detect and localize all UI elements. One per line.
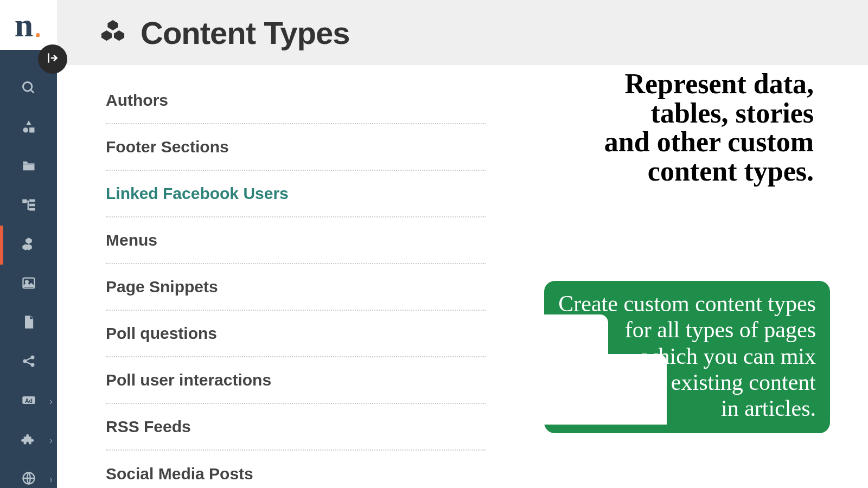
page-header: Content Types [57, 0, 868, 65]
content-type-item[interactable]: Menus [106, 217, 486, 264]
callout-line: Create custom content types [558, 291, 816, 317]
svg-rect-5 [22, 200, 27, 203]
svg-point-12 [30, 356, 34, 359]
content-type-item[interactable]: Linked Facebook Users [106, 171, 486, 217]
brand-logo[interactable]: n. [0, 0, 57, 50]
nav-globe[interactable]: › [0, 460, 57, 488]
svg-line-1 [30, 90, 34, 93]
nav-tree[interactable] [0, 187, 57, 226]
brand-letter: n [15, 8, 33, 42]
chevron-right-icon: › [49, 474, 53, 485]
chevron-right-icon: › [49, 435, 53, 446]
promo-headline: Represent data, tables, stories and othe… [521, 69, 814, 185]
expand-sidebar-button[interactable] [38, 44, 67, 74]
content-type-label: Poll user interactions [106, 371, 271, 389]
promo-line: and other custom [521, 127, 814, 157]
page-title: Content Types [141, 15, 350, 51]
content-type-label: Footer Sections [106, 138, 229, 156]
brand-dot: . [33, 6, 42, 44]
svg-rect-4 [29, 127, 34, 132]
content-type-item[interactable]: Social Media Posts [106, 451, 486, 488]
promo-line: tables, stories [521, 99, 814, 128]
svg-rect-7 [29, 204, 35, 207]
nav-content-types[interactable] [0, 226, 57, 265]
content-type-list: Authors Footer Sections Linked Facebook … [106, 78, 486, 488]
content-type-label: Menus [106, 231, 157, 249]
content-types-icon [100, 19, 125, 46]
image-icon [21, 275, 36, 293]
svg-marker-2 [26, 120, 31, 125]
content-type-label: Authors [106, 91, 168, 110]
content-type-label: Page Snippets [106, 278, 218, 296]
ad-icon: Ad [21, 393, 36, 410]
tree-icon [21, 197, 36, 215]
svg-point-3 [23, 127, 28, 132]
content-type-item[interactable]: Authors [106, 78, 486, 124]
svg-rect-8 [29, 208, 35, 211]
svg-point-11 [23, 359, 27, 363]
search-icon [21, 80, 36, 98]
promo-line: Represent data, [521, 69, 814, 99]
expand-icon [46, 51, 60, 67]
svg-rect-6 [29, 200, 35, 202]
promo-callout: Create custom content types for all type… [544, 281, 830, 433]
share-icon [21, 354, 36, 371]
puzzle-icon [21, 432, 36, 449]
content-type-label: Social Media Posts [106, 465, 253, 483]
document-icon [21, 314, 36, 332]
content-type-label: Linked Facebook Users [106, 184, 289, 203]
promo-line: content types. [521, 157, 814, 186]
content-type-item[interactable]: RSS Feeds [106, 404, 486, 451]
nav: Ad › › › [0, 69, 57, 488]
boxes-icon [21, 236, 36, 254]
content-type-item[interactable]: Page Snippets [106, 264, 486, 311]
svg-point-0 [23, 82, 31, 91]
nav-share[interactable] [0, 343, 57, 382]
content-type-item[interactable]: Poll user interactions [106, 357, 486, 404]
content-type-label: Poll questions [106, 324, 217, 343]
nav-media[interactable] [0, 265, 57, 304]
nav-folder[interactable] [0, 147, 57, 187]
globe-icon [21, 471, 36, 488]
nav-shapes[interactable] [0, 108, 57, 147]
svg-text:Ad: Ad [25, 397, 33, 404]
nav-plugins[interactable]: › [0, 421, 57, 460]
folder-icon [21, 158, 36, 176]
shapes-icon [21, 119, 36, 137]
nav-search[interactable] [0, 69, 57, 108]
chevron-right-icon: › [49, 396, 53, 407]
nav-ads[interactable]: Ad › [0, 382, 57, 421]
nav-documents[interactable] [0, 304, 57, 343]
content-type-item[interactable]: Poll questions [106, 311, 486, 357]
content-type-item[interactable]: Footer Sections [106, 124, 486, 171]
svg-point-13 [30, 363, 34, 367]
content-type-label: RSS Feeds [106, 418, 191, 436]
